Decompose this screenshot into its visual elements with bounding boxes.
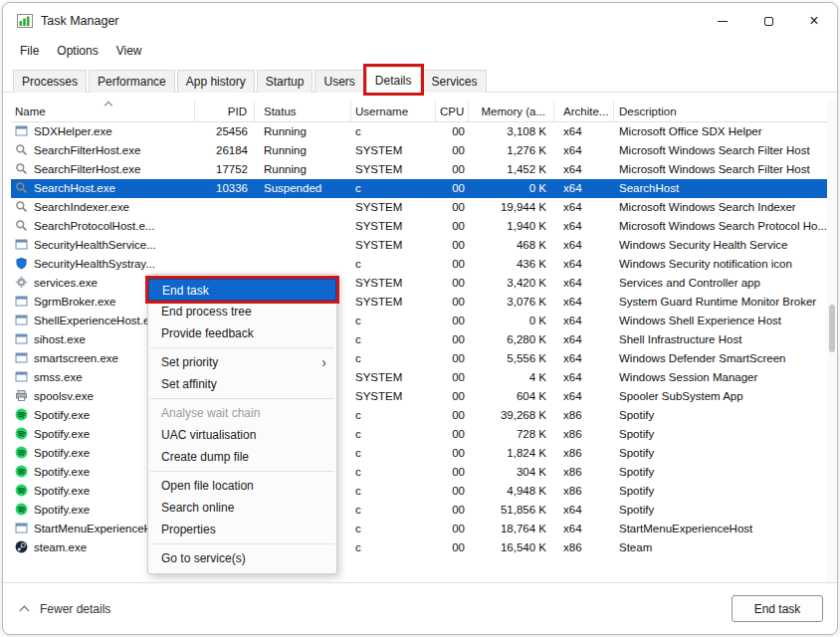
- cell-username: c: [351, 255, 436, 274]
- menubar-item-file[interactable]: File: [11, 41, 48, 61]
- cell-memory: 19,944 K: [469, 198, 554, 217]
- window-icon: [15, 351, 30, 364]
- tab-performance[interactable]: Performance: [89, 70, 175, 93]
- context-menu-item-set-priority[interactable]: Set priority›: [148, 351, 336, 373]
- cell-architecture: x64: [554, 160, 614, 179]
- window-icon: [15, 295, 30, 308]
- search-icon: [15, 162, 30, 175]
- tab-details[interactable]: Details: [366, 67, 421, 93]
- table-row-searchhost-exe[interactable]: SearchHost.exe10336Suspendedc000 Kx64Sea…: [11, 179, 831, 198]
- gear-icon: [15, 276, 30, 289]
- cell-pid: 25456: [195, 122, 255, 141]
- cell-architecture: x64: [554, 349, 614, 368]
- cell-username: SYSTEM: [351, 293, 436, 312]
- table-row-searchfilterhost-exe[interactable]: SearchFilterHost.exe17752RunningSYSTEM00…: [11, 160, 831, 179]
- cell-memory: 304 K: [469, 463, 554, 482]
- tab-users[interactable]: Users: [315, 70, 363, 93]
- context-menu-item-end-process-tree[interactable]: End process tree: [148, 301, 336, 322]
- table-row-smartscreen-exe[interactable]: smartscreen.exec005,556 Kx64Windows Defe…: [11, 349, 831, 368]
- column-header-status[interactable]: Status: [255, 101, 351, 121]
- window-icon: [15, 314, 30, 326]
- cell-architecture: x64: [554, 520, 614, 538]
- cell-cpu: 00: [436, 368, 469, 387]
- spotify-icon: [15, 427, 30, 440]
- maximize-button[interactable]: [745, 3, 791, 39]
- table-row-spoolsv-exe[interactable]: spoolsv.exeSYSTEM00604 Kx64Spooler SubSy…: [11, 387, 831, 406]
- cell-cpu: 00: [436, 122, 469, 141]
- context-menu-item-properties[interactable]: Properties: [148, 519, 336, 540]
- context-menu-item-uac-virtualisation[interactable]: UAC virtualisation: [148, 424, 336, 446]
- cell-description: Shell Infrastructure Host: [614, 330, 831, 349]
- tab-app-history[interactable]: App history: [177, 70, 255, 93]
- table-row-startmenuexperiencehost-exe[interactable]: StartMenuExperienceHost.exe14588Runningc…: [11, 520, 831, 538]
- context-menu-item-open-file-location[interactable]: Open file location: [148, 475, 336, 497]
- tab-processes[interactable]: Processes: [13, 70, 87, 93]
- cell-architecture: x64: [554, 501, 614, 520]
- tab-startup[interactable]: Startup: [257, 70, 314, 93]
- cell-cpu: 00: [436, 406, 469, 425]
- table-row-spotify-exe[interactable]: Spotify.exec00304 Kx86Spotify: [11, 463, 831, 482]
- cell-memory: 6,280 K: [469, 330, 554, 349]
- context-menu-item-analyse-wait-chain[interactable]: Analyse wait chain: [148, 402, 336, 424]
- cell-architecture: x86: [554, 538, 614, 557]
- table-row-searchprotocolhost-e[interactable]: SearchProtocolHost.e...SYSTEM001,940 Kx6…: [11, 217, 831, 236]
- cell-status: [255, 236, 351, 255]
- table-row-securityhealthservice[interactable]: SecurityHealthService...SYSTEM00468 Kx64…: [11, 236, 831, 255]
- column-header-cpu[interactable]: CPU: [436, 101, 469, 121]
- context-menu-item-end-task[interactable]: End task: [148, 279, 336, 301]
- table-row-sgrmbroker-exe[interactable]: SgrmBroker.exeSYSTEM003,076 Kx64System G…: [11, 293, 831, 312]
- tab-services[interactable]: Services: [423, 70, 487, 93]
- column-header-description[interactable]: Description: [614, 101, 831, 121]
- search-icon: [15, 181, 30, 194]
- table-row-steam-exe[interactable]: steam.exe25688Runningc0016,540 Kx86Steam: [11, 538, 831, 557]
- column-header-memory-a[interactable]: Memory (a...: [469, 101, 554, 121]
- title-bar[interactable]: Task Manager ×: [3, 3, 837, 39]
- minimize-button[interactable]: [700, 3, 745, 39]
- cell-name: SecurityHealthService...: [11, 236, 195, 255]
- column-header-pid[interactable]: PID: [195, 101, 255, 121]
- vertical-scrollbar[interactable]: [827, 101, 837, 582]
- cell-name: SecurityHealthSystray...: [11, 255, 195, 274]
- close-button[interactable]: ×: [791, 3, 837, 39]
- table-row-shellexperiencehost-e[interactable]: ShellExperienceHost.e...c000 Kx64Windows…: [11, 312, 831, 330]
- table-row-spotify-exe[interactable]: Spotify.exec001,824 Kx86Spotify: [11, 444, 831, 463]
- cell-cpu: 00: [436, 387, 469, 406]
- steam-icon: [15, 540, 30, 553]
- context-menu-item-create-dump-file[interactable]: Create dump file: [148, 446, 336, 468]
- menu-separator: [150, 347, 334, 348]
- context-menu-item-go-to-service-s[interactable]: Go to service(s): [148, 547, 336, 569]
- table-row-securityhealthsystray[interactable]: SecurityHealthSystray...c00436 Kx64Windo…: [11, 255, 831, 274]
- cell-username: SYSTEM: [351, 141, 436, 160]
- table-row-searchindexer-exe[interactable]: SearchIndexer.exeSYSTEM0019,944 Kx64Micr…: [11, 198, 831, 217]
- table-row-spotify-exe[interactable]: Spotify.exec0039,268 Kx86Spotify: [11, 406, 831, 425]
- table-row-spotify-exe[interactable]: Spotify.exec00728 Kx86Spotify: [11, 425, 831, 444]
- table-row-searchfilterhost-exe[interactable]: SearchFilterHost.exe26184RunningSYSTEM00…: [11, 141, 831, 160]
- table-row-spotify-exe[interactable]: Spotify.exe3608Runningc0051,856 Kx64Spot…: [11, 501, 831, 520]
- cell-memory: 5,556 K: [469, 349, 554, 368]
- menubar-item-options[interactable]: Options: [48, 41, 106, 61]
- search-icon: [15, 200, 30, 213]
- cell-cpu: 00: [436, 217, 469, 236]
- table-row-smss-exe[interactable]: smss.exeSYSTEM004 Kx64Windows Session Ma…: [11, 368, 831, 387]
- end-task-button[interactable]: End task: [732, 595, 823, 622]
- column-header-name[interactable]: Name: [11, 101, 195, 121]
- window-icon: [15, 370, 30, 383]
- cell-memory: 436 K: [469, 255, 554, 274]
- table-row-sdxhelper-exe[interactable]: SDXHelper.exe25456Runningc003,108 Kx64Mi…: [11, 122, 831, 141]
- context-menu-item-search-online[interactable]: Search online: [148, 497, 336, 519]
- fewer-details-toggle[interactable]: Fewer details: [17, 602, 110, 616]
- cell-description: Windows Shell Experience Host: [614, 312, 831, 330]
- table-row-spotify-exe[interactable]: Spotify.exe6916Runningc004,948 Kx86Spoti…: [11, 482, 831, 501]
- scrollbar-thumb[interactable]: [829, 305, 835, 352]
- table-row-services-exe[interactable]: services.exeSYSTEM003,420 Kx64Services a…: [11, 274, 831, 293]
- context-menu-item-set-affinity[interactable]: Set affinity: [148, 373, 336, 395]
- table-row-sihost-exe[interactable]: sihost.exec006,280 Kx64Shell Infrastruct…: [11, 330, 831, 349]
- column-header-username[interactable]: Username: [351, 101, 436, 121]
- column-header-archite[interactable]: Archite...: [554, 101, 614, 121]
- spotify-icon: [15, 465, 30, 478]
- cell-architecture: x86: [554, 406, 614, 425]
- cell-memory: 1,276 K: [469, 141, 554, 160]
- menubar-item-view[interactable]: View: [107, 41, 151, 61]
- cell-cpu: 00: [436, 538, 469, 557]
- context-menu-item-provide-feedback[interactable]: Provide feedback: [148, 322, 336, 344]
